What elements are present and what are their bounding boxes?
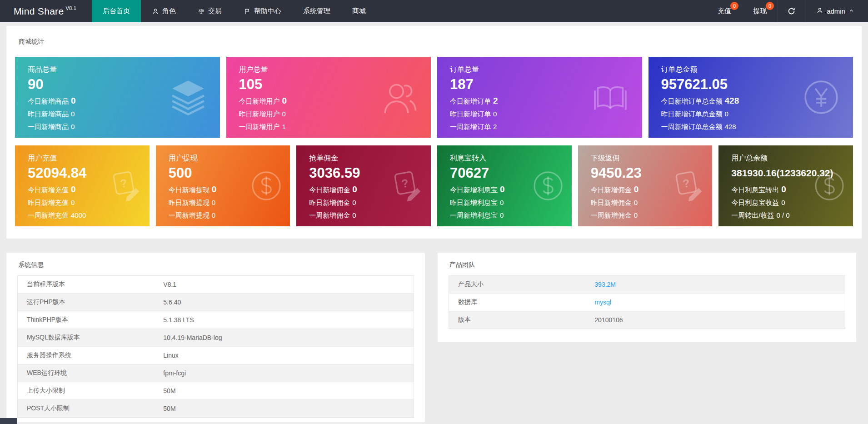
subline-value: 428 bbox=[725, 123, 736, 130]
stat-card-interest-in: 利息宝转入70627今日新增利息宝0昨日新增利息宝0一周新增利息宝0 bbox=[437, 145, 572, 226]
info-value: V8.1 bbox=[154, 276, 414, 294]
info-value: 10.4.19-MariaDB-log bbox=[154, 329, 414, 347]
stat-card-label: 下级返佣 bbox=[591, 154, 709, 163]
withdraw-badge: 0 bbox=[766, 2, 774, 10]
flag-icon bbox=[244, 8, 251, 15]
subline-text: 一周新增订单 bbox=[450, 123, 491, 130]
svg-text:?: ? bbox=[682, 176, 691, 190]
refresh-button[interactable] bbox=[778, 0, 805, 22]
system-info-row: 当前程序版本V8.1 bbox=[18, 276, 414, 294]
stat-card-label: 订单总金额 bbox=[661, 65, 850, 75]
stat-card-order-commission: 抢单佣金3036.59今日新增佣金0昨日新增佣金0一周新增佣金0? bbox=[296, 145, 431, 226]
recharge-badge: 0 bbox=[730, 2, 738, 10]
subline-text: 今日新增利息宝 bbox=[450, 186, 498, 194]
nav-menu: 后台首页角色交易帮助中心系统管理商城 bbox=[92, 0, 377, 22]
user-menu[interactable]: admin bbox=[805, 0, 862, 22]
subline-text: 今日新增用户 bbox=[239, 97, 280, 105]
subline-value: 2 bbox=[493, 96, 498, 105]
note-edit-icon: ? bbox=[390, 169, 424, 203]
subline-value: 0 bbox=[71, 123, 75, 130]
system-info-panel: 系统信息 当前程序版本V8.1运行PHP版本5.6.40ThinkPHP版本5.… bbox=[6, 253, 425, 422]
subline-text: 今日新增佣金 bbox=[309, 186, 350, 194]
nav-item-roles[interactable]: 角色 bbox=[141, 0, 187, 22]
system-info-row: ThinkPHP版本5.1.38 LTS bbox=[18, 311, 414, 329]
nav-item-label: 交易 bbox=[208, 7, 222, 15]
system-info-row: WEB运行环境fpm-fcgi bbox=[18, 364, 414, 382]
info-value: 50M bbox=[154, 400, 414, 418]
info-label: POST大小限制 bbox=[18, 400, 155, 418]
person-icon bbox=[152, 8, 159, 15]
nav-item-home[interactable]: 后台首页 bbox=[92, 0, 141, 22]
app-viewport: Mind Share V8.1 后台首页角色交易帮助中心系统管理商城 充值0提现… bbox=[0, 0, 868, 424]
subline-text: 昨日新增提现 bbox=[169, 199, 210, 206]
nav-item-label: 商城 bbox=[352, 7, 366, 15]
team-info-link[interactable]: 393.2M bbox=[594, 281, 616, 288]
stat-card-subline: 一周新增利息宝0 bbox=[450, 209, 568, 222]
subline-text: 昨日新增商品 bbox=[28, 110, 69, 118]
info-value: 5.6.40 bbox=[154, 294, 414, 311]
system-info-row: 服务器操作系统Linux bbox=[18, 347, 414, 364]
svg-text:?: ? bbox=[119, 176, 128, 190]
nav-item-label: 角色 bbox=[162, 7, 176, 15]
stat-card-label: 用户总量 bbox=[239, 65, 428, 75]
stat-card-subline: 一周新增佣金0 bbox=[309, 209, 427, 222]
subline-text: 昨日新增佣金 bbox=[309, 199, 350, 206]
stat-card-subline: 一周新增订单2 bbox=[450, 120, 639, 133]
nav-item-mall[interactable]: 商城 bbox=[341, 0, 377, 22]
stats-row-2: 用户充值52094.84今日新增充值0昨日新增充值0一周新增充值4000?用户提… bbox=[15, 145, 853, 226]
nav-item-help-center[interactable]: 帮助中心 bbox=[233, 0, 292, 22]
info-value: 50M bbox=[154, 382, 414, 400]
product-team-title: 产品团队 bbox=[449, 261, 845, 269]
subline-text: 一周新增提现 bbox=[169, 211, 210, 219]
layers-icon bbox=[168, 77, 208, 117]
yen-icon bbox=[801, 77, 841, 117]
stat-card-orders-amount: 订单总金额957621.05今日新增订单总金额428昨日新增订单总金额0一周新增… bbox=[649, 57, 853, 138]
info-label: 当前程序版本 bbox=[18, 276, 155, 294]
stat-card-subline: 一周转出/收益0 / 0 bbox=[731, 209, 849, 222]
subline-value: 0 bbox=[725, 110, 728, 118]
subline-text: 今日新增商品 bbox=[28, 97, 69, 105]
stats-row-1: 商品总量90今日新增商品0昨日新增商品0一周新增商品0用户总量105今日新增用户… bbox=[15, 57, 853, 138]
nav-item-trade[interactable]: 交易 bbox=[187, 0, 233, 22]
stat-card-products-total: 商品总量90今日新增商品0昨日新增商品0一周新增商品0 bbox=[15, 57, 220, 138]
product-team-table: 产品大小393.2M数据库mysql版本20100106 bbox=[449, 275, 845, 329]
stat-card-user-withdraw: 用户提现500今日新增提现0昨日新增提现0一周新增提现0 bbox=[156, 145, 290, 226]
nav-item-system[interactable]: 系统管理 bbox=[292, 0, 341, 22]
bottom-panels: 系统信息 当前程序版本V8.1运行PHP版本5.6.40ThinkPHP版本5.… bbox=[6, 253, 862, 422]
logo-text: Mind Share bbox=[14, 6, 64, 17]
team-info-row: 版本20100106 bbox=[449, 311, 845, 329]
stat-card-subline: 一周新增商品0 bbox=[28, 120, 216, 133]
app-logo[interactable]: Mind Share V8.1 bbox=[0, 0, 92, 22]
subline-text: 今日新增充值 bbox=[28, 186, 69, 194]
subline-value: 0 bbox=[352, 185, 357, 194]
subline-value: 0 bbox=[282, 96, 287, 105]
team-info-link[interactable]: mysql bbox=[594, 299, 611, 306]
scales-icon bbox=[198, 8, 205, 15]
stat-card-user-recharge: 用户充值52094.84今日新增充值0昨日新增充值0一周新增充值4000? bbox=[15, 145, 150, 226]
recharge-button[interactable]: 充值0 bbox=[707, 0, 742, 22]
svg-text:?: ? bbox=[400, 176, 409, 190]
subline-text: 一周新增佣金 bbox=[309, 211, 350, 219]
stat-card-label: 商品总量 bbox=[28, 65, 216, 75]
subline-value: 428 bbox=[725, 96, 739, 105]
subline-text: 昨日新增利息宝 bbox=[450, 199, 498, 206]
stat-card-subline: 一周新增提现0 bbox=[169, 209, 287, 222]
nav-item-label: 后台首页 bbox=[103, 7, 130, 15]
withdraw-button[interactable]: 提现0 bbox=[742, 0, 778, 22]
info-label: 运行PHP版本 bbox=[18, 294, 155, 311]
info-label: MySQL数据库版本 bbox=[18, 329, 155, 347]
top-navbar: Mind Share V8.1 后台首页角色交易帮助中心系统管理商城 充值0提现… bbox=[0, 0, 868, 22]
subline-value: 0 bbox=[212, 199, 215, 206]
info-value: fpm-fcgi bbox=[154, 364, 414, 382]
system-info-table: 当前程序版本V8.1运行PHP版本5.6.40ThinkPHP版本5.1.38 … bbox=[17, 275, 414, 418]
team-info-row: 产品大小393.2M bbox=[449, 276, 845, 294]
stat-card-subline: 一周新增佣金0 bbox=[591, 209, 709, 222]
book-icon bbox=[590, 77, 630, 117]
info-label: 产品大小 bbox=[449, 276, 586, 294]
bottom-left-partial-element bbox=[0, 418, 17, 424]
main-content: 商城统计 商品总量90今日新增商品0昨日新增商品0一周新增商品0用户总量105今… bbox=[0, 22, 868, 422]
subline-value: 0 bbox=[71, 199, 75, 206]
info-label: 数据库 bbox=[449, 294, 586, 311]
stat-card-label: 用户充值 bbox=[28, 154, 146, 163]
subline-value: 2 bbox=[493, 123, 497, 130]
